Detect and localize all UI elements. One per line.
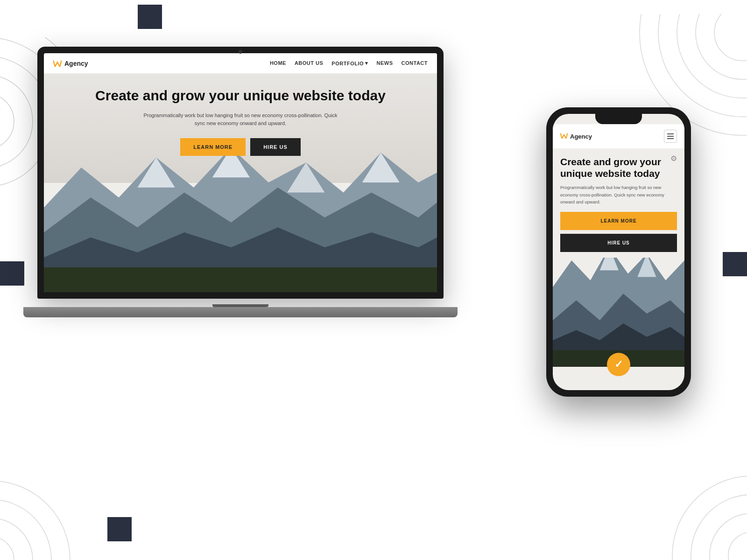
svg-point-16 — [691, 495, 747, 560]
laptop-screen-border: Agency HOME ABOUT US PORTFOLIO ▾ NEWS CO… — [37, 47, 444, 299]
svg-point-10 — [0, 537, 14, 560]
svg-point-2 — [677, 14, 747, 98]
svg-point-13 — [0, 481, 70, 560]
decorative-square-4 — [723, 252, 747, 276]
laptop-hero-buttons: LEARN MORE HIRE US — [44, 138, 437, 156]
check-mark-icon: ✓ — [614, 358, 623, 371]
laptop-hero-title: Create and grow your unique website toda… — [44, 88, 437, 104]
phone-logo: Agency — [560, 133, 592, 140]
laptop-hero-content: Create and grow your unique website toda… — [44, 88, 437, 156]
phone-hero: ⚙ Create and grow your unique website to… — [553, 148, 684, 390]
nav-contact[interactable]: CONTACT — [402, 60, 428, 66]
gear-icon[interactable]: ⚙ — [670, 154, 677, 163]
svg-point-0 — [714, 14, 747, 61]
laptop-nav-links: HOME ABOUT US PORTFOLIO ▾ NEWS CONTACT — [270, 60, 428, 66]
nav-portfolio[interactable]: PORTFOLIO ▾ — [331, 60, 368, 66]
phone-nav: Agency — [553, 124, 684, 148]
circles-bottom-left — [0, 462, 89, 560]
svg-point-11 — [0, 518, 33, 560]
hamburger-line-2 — [667, 136, 674, 137]
w-logo-icon — [53, 60, 62, 67]
phone-learn-more-button[interactable]: LEARN MORE — [560, 212, 677, 230]
laptop-camera — [239, 50, 242, 54]
phone-notch — [595, 114, 642, 124]
phone-mockup: Agency ⚙ Create and grow your unique web… — [546, 107, 691, 397]
hamburger-menu-button[interactable] — [664, 130, 677, 143]
laptop-base — [23, 307, 458, 317]
svg-point-15 — [710, 513, 747, 560]
circles-bottom-right — [654, 457, 747, 560]
phone-hero-subtitle: Programmatically work but low hanging fr… — [560, 184, 677, 205]
svg-point-5 — [0, 93, 14, 149]
nav-about-us[interactable]: ABOUT US — [295, 60, 323, 66]
laptop-screen: Agency HOME ABOUT US PORTFOLIO ▾ NEWS CO… — [44, 53, 437, 292]
svg-rect-25 — [44, 267, 437, 292]
check-circle-button[interactable]: ✓ — [607, 353, 630, 376]
decorative-square-3 — [107, 517, 132, 541]
laptop-hero: Create and grow your unique website toda… — [44, 74, 437, 292]
laptop-website-nav: Agency HOME ABOUT US PORTFOLIO ▾ NEWS CO… — [44, 53, 437, 74]
laptop-learn-more-button[interactable]: LEARN MORE — [180, 138, 246, 156]
hamburger-line-1 — [667, 133, 674, 134]
phone-hero-content: ⚙ Create and grow your unique website to… — [553, 148, 684, 258]
laptop-logo-text: Agency — [64, 60, 88, 67]
decorative-square-1 — [138, 5, 162, 29]
nav-news[interactable]: NEWS — [377, 60, 393, 66]
nav-home[interactable]: HOME — [270, 60, 286, 66]
svg-point-12 — [0, 499, 51, 560]
phone-hire-us-button[interactable]: HIRE US — [560, 234, 677, 252]
phone-logo-text: Agency — [570, 133, 592, 140]
laptop-hire-us-button[interactable]: HIRE US — [250, 138, 301, 156]
svg-point-6 — [0, 75, 33, 168]
svg-point-3 — [658, 14, 747, 117]
phone-w-icon — [560, 133, 568, 140]
phone-screen: Agency ⚙ Create and grow your unique web… — [553, 114, 684, 390]
svg-point-14 — [728, 532, 747, 560]
svg-point-17 — [672, 476, 747, 560]
laptop-outer: Agency HOME ABOUT US PORTFOLIO ▾ NEWS CO… — [37, 47, 444, 317]
laptop-mockup: Agency HOME ABOUT US PORTFOLIO ▾ NEWS CO… — [37, 47, 444, 345]
svg-point-1 — [696, 14, 747, 79]
phone-hero-title: Create and grow your unique website toda… — [560, 156, 677, 179]
hamburger-line-3 — [667, 138, 674, 139]
dropdown-arrow-icon: ▾ — [365, 60, 368, 66]
laptop-logo: Agency — [53, 60, 88, 67]
decorative-square-2 — [0, 261, 24, 286]
phone-outer: Agency ⚙ Create and grow your unique web… — [546, 107, 691, 397]
laptop-hero-subtitle: Programmatically work but low hanging fr… — [142, 112, 338, 128]
